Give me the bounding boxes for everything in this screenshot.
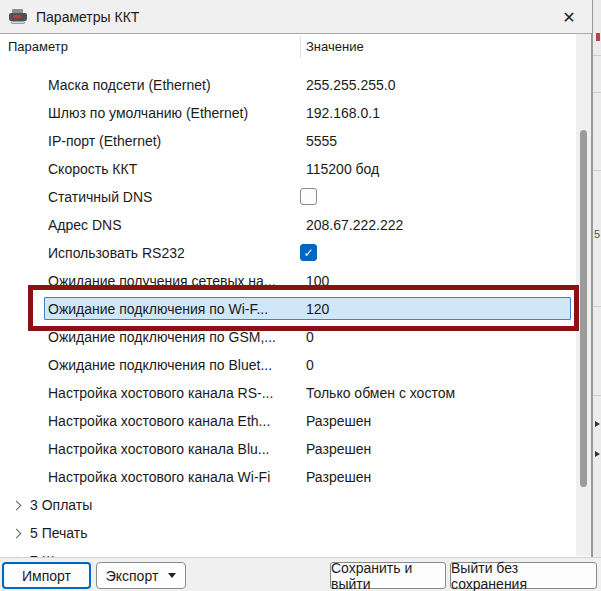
row-label: Ожидание подключения по Wi-F... <box>48 295 268 323</box>
table-row[interactable]: Адрес DNS208.67.222.222 <box>0 211 590 239</box>
table-row[interactable]: Настройка хостового канала Eth...Разреше… <box>0 407 590 435</box>
row-label: Маска подсети (Ethernet) <box>48 71 211 99</box>
checkbox-checked[interactable]: ✓ <box>300 244 317 261</box>
row-label: Настройка хостового канала RS-... <box>48 379 273 407</box>
row-label: 5 Печать <box>30 519 88 547</box>
background-fragment <box>595 421 600 427</box>
row-value: 0 <box>306 323 314 351</box>
row-value: Разрешен <box>306 463 371 491</box>
row-value: 208.67.222.222 <box>306 211 403 239</box>
row-label: Настройка хостового канала Eth... <box>48 407 270 435</box>
row-label: Ожидание получения сетевых на... <box>48 267 276 295</box>
row-value: 5555 <box>306 127 337 155</box>
exit-without-saving-button[interactable]: Выйти без сохранения <box>450 562 597 589</box>
exit-without-saving-label: Выйти без сохранения <box>451 560 596 591</box>
row-label: Шлюз по умолчанию (Ethernet) <box>48 99 248 127</box>
row-value: Разрешен <box>306 407 371 435</box>
table-row[interactable]: Статичный DNS <box>0 183 590 211</box>
row-value: 192.168.0.1 <box>306 99 380 127</box>
background-fragment <box>593 395 601 396</box>
column-header-parameter: Параметр <box>8 34 68 60</box>
row-label: 7 Ш... <box>30 547 66 557</box>
background-fragment <box>593 306 601 307</box>
row-value: 0 <box>306 351 314 379</box>
dropdown-caret-icon <box>168 573 176 578</box>
column-header-value: Значение <box>306 34 364 60</box>
save-and-exit-button[interactable]: Сохранить и выйти <box>330 562 446 589</box>
scrollbar-thumb[interactable] <box>580 130 587 487</box>
export-button-label: Экспорт <box>106 568 159 584</box>
window-title: Параметры ККТ <box>36 9 139 25</box>
row-label: Настройка хостового канала Wi-Fi <box>48 463 270 491</box>
row-value: 120 <box>306 295 329 323</box>
chevron-right-icon[interactable] <box>12 529 22 539</box>
row-label: Адрес DNS <box>48 211 122 239</box>
table-row[interactable]: Настройка хостового канала Wi-FiРазрешен <box>0 463 590 491</box>
row-label: IP-порт (Ethernet) <box>48 127 161 155</box>
row-label: Скорость ККТ <box>48 155 137 183</box>
background-fragment <box>595 451 600 457</box>
row-label: Ожидание подключения по Bluet... <box>48 351 272 379</box>
checkbox-unchecked[interactable] <box>300 188 317 205</box>
tree-group-row[interactable]: 3 Оплаты <box>0 491 590 519</box>
background-fragment <box>596 33 600 41</box>
footer-bar: Импорт Экспорт Сохранить и выйти Выйти б… <box>0 557 601 591</box>
row-label: Использовать RS232 <box>48 239 185 267</box>
import-button[interactable]: Импорт <box>2 562 91 589</box>
tree-group-row[interactable]: 7 Ш... <box>0 547 590 557</box>
table-row[interactable]: Скорость ККТ115200 бод <box>0 155 590 183</box>
import-button-label: Импорт <box>22 568 71 584</box>
printer-icon <box>9 9 27 24</box>
tree-group-row[interactable]: 5 Печать <box>0 519 590 547</box>
row-value: Разрешен <box>306 435 371 463</box>
titlebar: Параметры ККТ ✕ <box>0 0 592 33</box>
row-label: Настройка хостового канала Blu... <box>48 435 270 463</box>
table-row[interactable]: Настройка хостового канала Blu...Разреше… <box>0 435 590 463</box>
export-button[interactable]: Экспорт <box>96 562 186 589</box>
background-fragment <box>593 92 601 93</box>
table-row[interactable]: Ожидание получения сетевых на...100 <box>0 267 590 295</box>
table-row[interactable]: Ожидание подключения по GSM,...0 <box>0 323 590 351</box>
background-fragment <box>593 170 601 171</box>
table-row[interactable]: Использовать RS232✓ <box>0 239 590 267</box>
table-row[interactable]: Ожидание подключения по Wi-F...120 <box>0 295 590 323</box>
table-row[interactable]: Шлюз по умолчанию (Ethernet)192.168.0.1 <box>0 99 590 127</box>
row-value: 115200 бод <box>306 155 379 183</box>
background-window-sliver: 5 <box>592 0 601 557</box>
table-row[interactable]: IP-порт (Ethernet)5555 <box>0 127 590 155</box>
row-value: 255.255.255.0 <box>306 71 396 99</box>
kkt-parameters-dialog: 5 Параметры ККТ ✕ Параметр Значение Маск… <box>0 0 601 591</box>
table-row[interactable]: Настройка хостового канала RS-...Только … <box>0 379 590 407</box>
row-value: 100 <box>306 267 329 295</box>
table-header: Параметр Значение <box>0 34 591 60</box>
table-row[interactable]: Ожидание подключения по Bluet...0 <box>0 351 590 379</box>
table-row[interactable]: Маска подсети (Ethernet)255.255.255.0 <box>0 71 590 99</box>
close-button[interactable]: ✕ <box>557 5 581 29</box>
row-label: 3 Оплаты <box>30 491 92 519</box>
chevron-right-icon[interactable] <box>12 501 22 511</box>
row-value: Только обмен с хостом <box>306 379 455 407</box>
background-fragment <box>593 55 601 56</box>
background-text-fragment: 5 <box>594 228 600 240</box>
parameters-table: Параметр Значение Маска подсети (Etherne… <box>0 33 592 557</box>
row-label: Ожидание подключения по GSM,... <box>48 323 276 351</box>
column-separator <box>300 36 301 58</box>
save-and-exit-label: Сохранить и выйти <box>331 560 445 591</box>
row-label: Статичный DNS <box>48 183 152 211</box>
